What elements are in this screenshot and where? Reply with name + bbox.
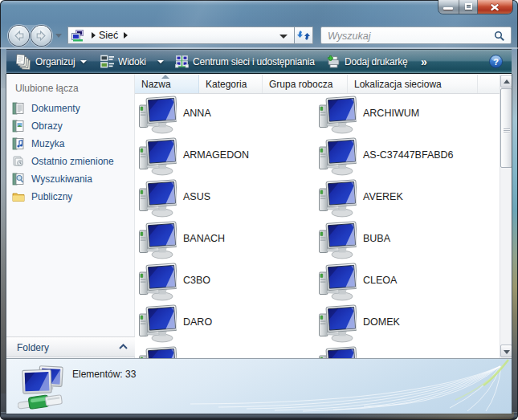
svg-text:?: ? bbox=[493, 57, 499, 67]
